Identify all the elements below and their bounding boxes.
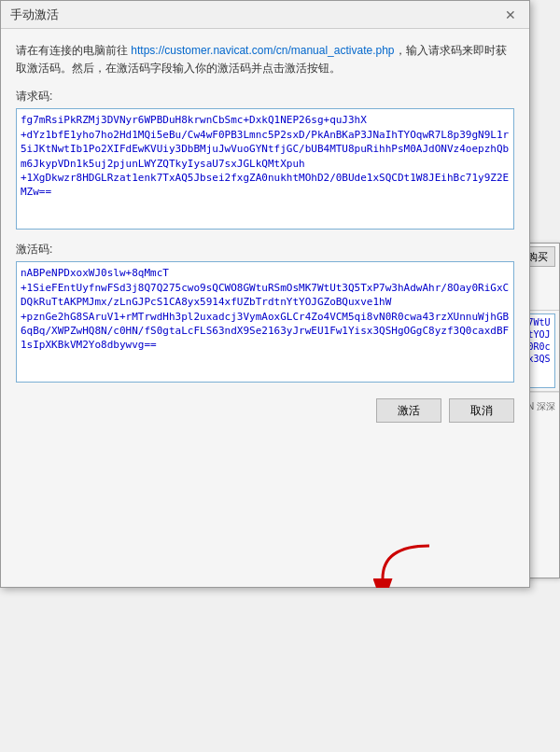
- intro-before-link: 请在有连接的电脑前往: [16, 44, 131, 57]
- arrow-decoration: [364, 541, 439, 591]
- request-code-label: 请求码:: [16, 89, 514, 104]
- request-code-textarea[interactable]: [16, 108, 514, 230]
- navicat-link[interactable]: https://customer.navicat.com/cn/manual_a…: [131, 44, 394, 57]
- activate-button[interactable]: 激活: [376, 398, 441, 423]
- activation-code-section-label: 激活码:: [16, 242, 514, 258]
- main-dialog: 手动激活 ✕ 请在有连接的电脑前往 https://customer.navic…: [0, 0, 530, 588]
- title-bar: 手动激活 ✕: [1, 1, 529, 29]
- close-button[interactable]: ✕: [501, 6, 520, 24]
- activation-code-textarea[interactable]: [16, 261, 514, 383]
- dialog-title: 手动激活: [10, 7, 59, 23]
- intro-paragraph: 请在有连接的电脑前往 https://customer.navicat.com/…: [16, 42, 514, 77]
- cancel-button[interactable]: 取消: [449, 398, 514, 423]
